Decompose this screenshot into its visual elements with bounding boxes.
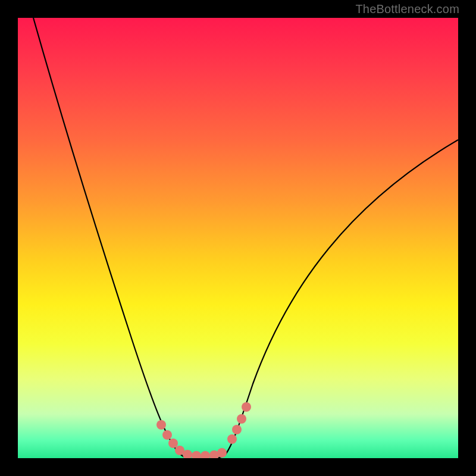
svg-point-10 [232, 425, 242, 434]
highlight-dots-left [156, 420, 227, 458]
plot-area [18, 18, 458, 458]
svg-point-11 [237, 414, 246, 424]
svg-point-12 [242, 402, 251, 412]
bottleneck-curve [33, 18, 458, 458]
svg-point-6 [201, 451, 210, 458]
svg-point-2 [168, 439, 178, 448]
watermark-text: TheBottleneck.com [355, 2, 459, 16]
chart-frame: TheBottleneck.com [0, 0, 476, 476]
bottleneck-curve-svg [18, 18, 458, 458]
svg-point-9 [227, 434, 237, 444]
svg-point-8 [217, 448, 227, 458]
svg-point-0 [156, 420, 166, 430]
svg-point-1 [162, 430, 172, 440]
svg-point-5 [192, 451, 201, 458]
